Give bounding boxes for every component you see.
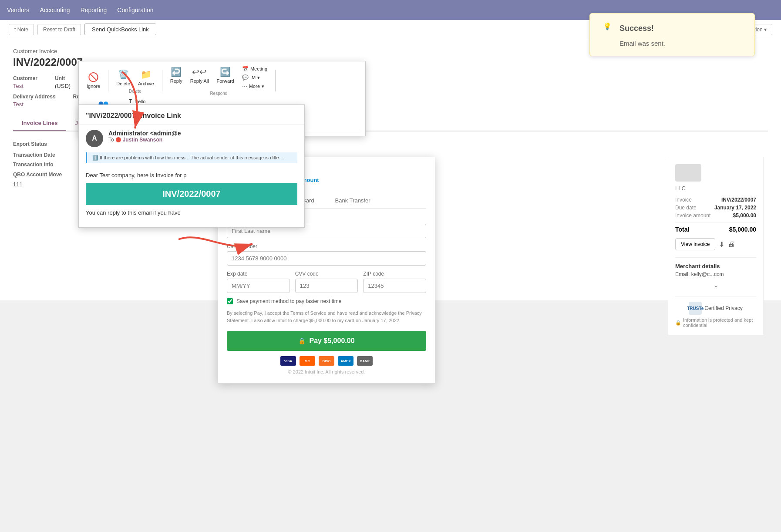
sidebar-total-row: Total $5,000.00 <box>675 222 756 233</box>
ignore-button[interactable]: 🚫 Ignore <box>83 70 104 91</box>
im-button[interactable]: 💬 IM ▾ <box>239 74 271 81</box>
nav-vendors[interactable]: Vendors <box>7 7 29 13</box>
merchant-email: Email: kelly@c...com <box>675 271 756 277</box>
visa-badge: VISA <box>280 356 296 366</box>
archive-icon: 📁 <box>141 69 151 80</box>
success-notification: 💡 Success! Email was sent. <box>589 13 755 56</box>
ribbon-sep-1 <box>108 70 108 91</box>
tab-invoice-lines[interactable]: Invoice Lines <box>13 116 66 131</box>
sender-avatar: A <box>86 130 103 147</box>
exp-date-input[interactable] <box>227 279 290 293</box>
more-label: More <box>249 84 260 89</box>
pay-button-label: Pay $5,000.00 <box>309 337 354 345</box>
exp-date-group: Exp date <box>227 271 290 293</box>
payment-copyright: © 2022 Intuit Inc. All rights reserved. <box>227 369 426 374</box>
email-subject: "INV/2022/0007" Invoice Link <box>79 105 304 125</box>
reply-label: Reply <box>170 78 182 84</box>
reset-draft-button[interactable]: Reset to Draft <box>37 24 81 35</box>
truste-section: TRUSTe Certified Privacy 🔒 Information i… <box>675 296 756 328</box>
nav-reporting[interactable]: Reporting <box>81 7 107 13</box>
lock-small-icon: 🔒 <box>675 320 681 326</box>
delete-group-label: Delete <box>129 89 141 94</box>
card-number-input[interactable] <box>227 251 426 266</box>
nav-accounting[interactable]: Accounting <box>40 7 70 13</box>
payment-extra-fields: Exp date CVV code ZIP code <box>227 271 426 293</box>
payment-terms: By selecting Pay, I accept the Terms of … <box>227 310 426 324</box>
invoice-banner: INV/2022/0007 <box>86 183 297 205</box>
sender-name: Administrator <admin@e <box>108 130 297 137</box>
reply-button[interactable]: ↩️ Reply <box>167 65 186 90</box>
delete-button[interactable]: 🗑️ Delete <box>113 67 134 88</box>
currency-field: Unit (USD) <box>55 75 71 89</box>
success-bulb-icon: 💡 <box>603 22 615 34</box>
delivery-value[interactable]: Test <box>13 101 56 108</box>
protected-text: 🔒 Information is protected and kept conf… <box>675 317 756 328</box>
customer-value[interactable]: Test <box>13 83 37 89</box>
customer-field: Customer Test <box>13 75 37 89</box>
ignore-icon: 🚫 <box>88 72 99 82</box>
ignore-label: Ignore <box>87 84 100 89</box>
tab-bank-transfer[interactable]: Bank Transfer <box>325 194 381 208</box>
respond-group-label: Respond <box>210 91 227 96</box>
delete-icon: 🗑️ <box>118 69 129 80</box>
archive-button[interactable]: 📁 Archive <box>135 67 158 88</box>
reply-icon: ↩️ <box>171 67 182 77</box>
save-method-checkbox[interactable] <box>227 298 233 304</box>
forward-icon: ↪️ <box>220 67 231 77</box>
success-title: Success! <box>619 24 654 33</box>
ribbon-sep-3 <box>275 70 276 91</box>
print-icon[interactable]: 🖨 <box>728 240 735 248</box>
sidebar-actions: View invoice ⬇ 🖨 <box>675 238 756 250</box>
company-logo <box>675 164 701 182</box>
due-date-row: Due date January 17, 2022 <box>675 205 756 211</box>
quickbooks-button[interactable]: Send QuickBooks Link <box>84 24 156 35</box>
forward-button[interactable]: ↪️ Forward <box>213 65 238 90</box>
card-number-group: Card number <box>227 243 426 266</box>
bank-badge: BANK <box>357 356 373 366</box>
trello-icon: T <box>129 98 132 104</box>
due-date-label: Due date <box>675 205 697 211</box>
amex-badge: AMEX <box>338 356 353 366</box>
reply-all-icon: ↩↩ <box>192 67 207 77</box>
nav-configuration[interactable]: Configuration <box>117 7 153 13</box>
truste-label: Certified Privacy <box>704 305 742 311</box>
discover-badge: DISC <box>319 356 334 366</box>
download-icon[interactable]: ⬇ <box>719 240 724 249</box>
view-invoice-button[interactable]: View invoice <box>675 238 715 250</box>
save-method-label: Save payment method to pay faster next t… <box>236 298 341 304</box>
lock-icon: 🔒 <box>298 337 306 344</box>
merchant-label: Merchant details <box>675 263 756 269</box>
right-sidebar: LLC Invoice INV/2022/0007 Due date Janua… <box>668 157 764 335</box>
zip-input[interactable] <box>363 279 426 293</box>
save-method-row: Save payment method to pay faster next t… <box>227 298 426 304</box>
invoice-detail-label: Invoice <box>675 197 692 203</box>
zip-group: ZIP code <box>363 271 426 293</box>
invoice-detail-value: INV/2022/0007 <box>721 197 756 203</box>
exp-date-label: Exp date <box>227 271 290 277</box>
to-badge-icon <box>116 137 121 142</box>
trello-label: Trello <box>134 99 145 104</box>
meeting-label: Meeting <box>250 66 267 71</box>
currency-value: (USD) <box>55 83 71 89</box>
pay-button[interactable]: 🔒 Pay $5,000.00 <box>227 331 426 351</box>
email-sender-row: A Administrator <admin@e To Justin Swans… <box>79 125 304 152</box>
im-label: IM <box>250 75 256 80</box>
credit-note-button[interactable]: t Note <box>9 24 34 35</box>
archive-label: Archive <box>138 81 154 86</box>
merchant-expand-button[interactable]: ⌄ <box>675 281 756 289</box>
more-icon: ⋯ <box>242 83 247 89</box>
more-button[interactable]: ⋯ More ▾ <box>239 82 271 90</box>
meeting-icon: 📅 <box>242 66 249 72</box>
meeting-button[interactable]: 📅 Meeting <box>239 65 271 73</box>
reply-all-label: Reply All <box>190 78 209 84</box>
cvv-input[interactable] <box>295 279 358 293</box>
delete-label: Delete <box>116 81 130 86</box>
delete-group: 🗑️ Delete 📁 Archive Delete <box>113 67 157 94</box>
due-date-value: January 17, 2022 <box>714 205 756 211</box>
reply-all-button[interactable]: ↩↩ Reply All <box>187 65 212 90</box>
email-body: Dear Test company, here is Invoice for p… <box>79 168 304 227</box>
invoice-amount-row: Invoice amount $5,000.00 <box>675 212 756 219</box>
respond-group: ↩️ Reply ↩↩ Reply All ↪️ Forward 📅 Meeti… <box>167 65 271 96</box>
merchant-section: Merchant details Email: kelly@c...com ⌄ <box>675 257 756 289</box>
total-label: Total <box>675 226 689 233</box>
